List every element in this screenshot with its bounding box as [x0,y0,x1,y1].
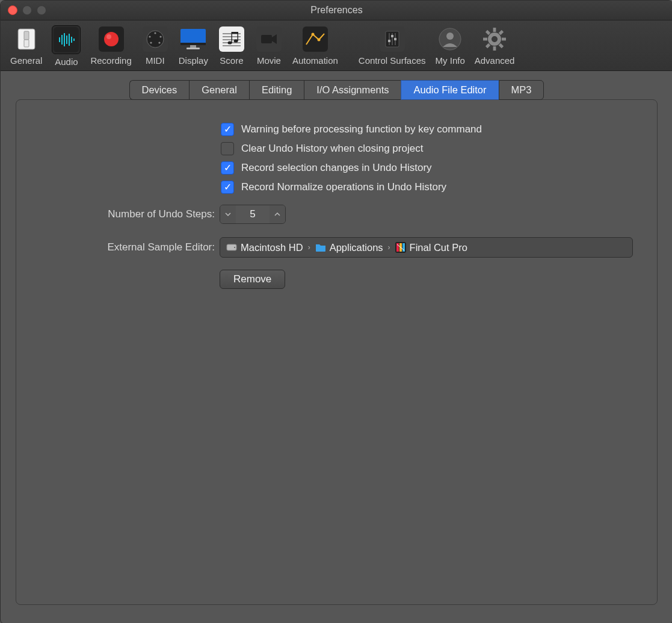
stepper-increment[interactable] [270,205,285,223]
chevron-right-icon: › [308,243,310,252]
undo-steps-value: 5 [236,208,270,220]
tab-devices[interactable]: Devices [129,80,190,100]
tab-io-assignments[interactable]: I/O Assignments [304,80,401,100]
audio-file-editor-panel: ✓ Warning before processing function by … [16,99,658,605]
external-editor-path[interactable]: Macintosh HD › Applications › Final Cut … [220,237,633,258]
path-segment-hdd: Macintosh HD [226,242,303,253]
checkmark-icon: ✓ [224,182,232,192]
path-segment-folder: Applications [315,242,383,253]
checkmark-icon: ✓ [224,125,232,134]
folder-icon [315,243,326,252]
remove-button[interactable]: Remove [220,270,285,289]
checkbox-warn-processing[interactable]: ✓ [221,123,234,136]
toolbar-label: MIDI [146,55,165,66]
advanced-gear-icon [481,25,508,53]
svg-rect-22 [180,29,206,45]
tab-general[interactable]: General [189,80,249,100]
checkbox-label: Record selection changes in Undo History [241,162,432,174]
toolbar-item-midi[interactable]: MIDI [138,24,173,68]
checkbox-group: ✓ Warning before processing function by … [221,123,633,194]
svg-rect-54 [493,46,496,51]
toolbar-item-advanced[interactable]: Advanced [471,24,519,68]
preferences-window: Preferences General Audio Recording [0,0,672,623]
window-title: Preferences [310,5,362,16]
tab-mp3[interactable]: MP3 [499,80,544,100]
toolbar-label: Advanced [475,55,515,66]
display-icon [179,25,207,53]
svg-rect-48 [391,35,393,37]
toolbar-label: Control Surfaces [359,55,426,66]
toolbar-item-movie[interactable]: Movie [251,24,286,68]
chevron-up-icon [274,212,280,216]
my-info-icon [436,25,464,53]
toolbar-item-my-info[interactable]: My Info [432,24,469,68]
svg-rect-57 [499,30,504,35]
svg-rect-47 [388,40,390,42]
movie-icon [255,25,283,53]
toolbar-item-score[interactable]: Score [214,24,249,68]
audio-subtab-bar: Devices General Editing I/O Assignments … [16,80,658,100]
svg-point-61 [492,37,498,42]
svg-point-63 [234,247,235,248]
svg-rect-49 [394,38,396,40]
checkmark-icon: ✓ [224,163,232,173]
path-segment-label: Final Cut Pro [410,242,467,253]
undo-steps-label: Number of Undo Steps: [40,208,220,220]
toolbar-item-display[interactable]: Display [175,24,212,68]
undo-steps-stepper[interactable]: 5 [220,205,286,224]
preferences-body: Devices General Editing I/O Assignments … [1,71,672,614]
svg-rect-36 [231,32,238,34]
window-controls [8,5,46,15]
chevron-down-icon [225,212,231,216]
svg-rect-55 [483,38,487,41]
checkbox-record-selection[interactable]: ✓ [221,161,234,175]
svg-point-19 [159,36,161,37]
svg-point-34 [233,39,238,42]
path-segment-label: Applications [330,242,383,253]
score-icon [218,25,245,53]
chevron-right-icon: › [388,243,390,252]
checkbox-label: Warning before processing function by ke… [241,123,482,135]
svg-point-40 [311,33,314,36]
path-segment-app: Final Cut Pro [395,242,467,253]
tab-audio-file-editor[interactable]: Audio File Editor [401,80,498,100]
svg-point-17 [154,32,156,34]
svg-rect-33 [231,34,232,43]
toolbar-label: Recording [90,55,131,66]
svg-point-20 [150,42,152,43]
zoom-window-button[interactable] [37,5,46,15]
midi-icon [141,25,169,53]
svg-rect-23 [180,43,206,45]
toolbar-item-audio[interactable]: Audio [48,24,84,68]
toolbar-item-control-surfaces[interactable]: Control Surfaces [355,24,430,68]
svg-rect-60 [499,43,504,48]
toolbar-label: General [10,55,42,66]
final-cut-pro-icon [395,242,406,253]
checkbox-clear-undo[interactable] [221,142,234,155]
titlebar: Preferences [1,1,672,20]
svg-rect-67 [402,243,405,252]
toolbar-label: Score [220,55,243,66]
svg-point-41 [317,39,320,42]
svg-rect-39 [303,26,328,52]
tab-editing[interactable]: Editing [249,80,304,100]
toolbar-label: Automation [292,55,338,66]
toolbar-item-general[interactable]: General [7,24,46,68]
minimize-window-button[interactable] [22,5,32,15]
checkbox-label: Clear Undo History when closing project [241,143,423,155]
toolbar-item-recording[interactable]: Recording [87,24,135,68]
close-window-button[interactable] [8,5,17,15]
svg-rect-25 [186,48,200,49]
stepper-decrement[interactable] [220,205,236,223]
svg-point-32 [227,41,232,44]
svg-point-18 [149,36,150,37]
toolbar-item-automation[interactable]: Automation [289,24,342,68]
external-editor-label: External Sample Editor: [40,241,220,253]
toolbar-label: Audio [55,57,78,67]
checkbox-record-normalize[interactable]: ✓ [221,181,234,194]
general-switch-icon [13,25,40,53]
svg-rect-59 [486,30,490,35]
automation-icon [301,25,329,53]
svg-point-13 [104,32,119,46]
checkbox-label: Record Normalize operations in Undo Hist… [241,181,446,193]
